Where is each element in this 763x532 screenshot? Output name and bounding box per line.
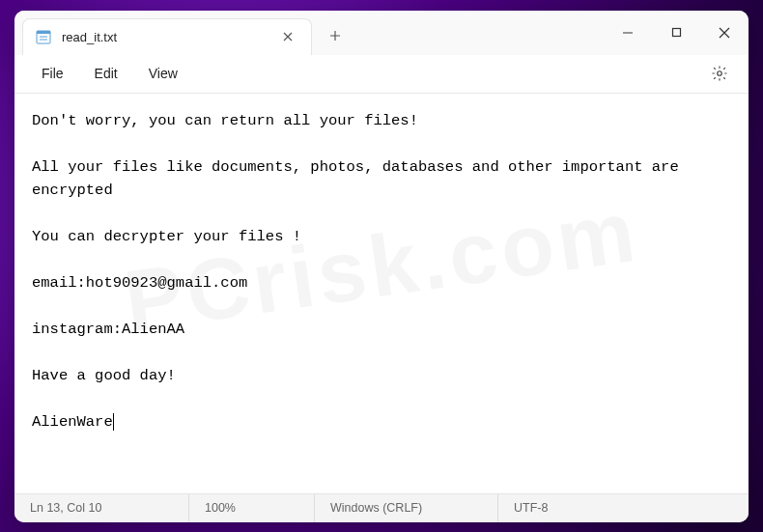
menu-edit[interactable]: Edit [79,60,133,87]
titlebar: read_it.txt [14,11,749,55]
notepad-window: PCrisk.com read_it.txt [14,11,749,522]
text-caret [113,413,114,431]
text-editor-area[interactable]: Don't worry, you can return all your fil… [14,94,749,493]
tab-title: read_it.txt [62,30,267,44]
new-tab-button[interactable] [318,18,353,53]
svg-point-6 [718,71,722,76]
svg-rect-5 [672,29,680,37]
status-eol: Windows (CRLF) [314,494,497,522]
window-controls [604,11,749,55]
svg-rect-1 [37,31,50,34]
tab-close-button[interactable] [276,25,299,48]
menubar: File Edit View [14,55,749,94]
statusbar: Ln 13, Col 10 100% Windows (CRLF) UTF-8 [14,493,749,522]
menu-file[interactable]: File [26,60,79,87]
minimize-button[interactable] [604,11,652,55]
settings-button[interactable] [702,56,737,91]
close-button[interactable] [700,11,749,55]
document-text: Don't worry, you can return all your fil… [32,112,688,431]
maximize-button[interactable] [652,11,700,55]
menu-view[interactable]: View [133,60,193,87]
notepad-icon [35,28,52,45]
status-position: Ln 13, Col 10 [14,494,188,522]
document-tab[interactable]: read_it.txt [22,18,312,55]
status-zoom[interactable]: 100% [188,494,314,522]
status-encoding: UTF-8 [497,494,749,522]
